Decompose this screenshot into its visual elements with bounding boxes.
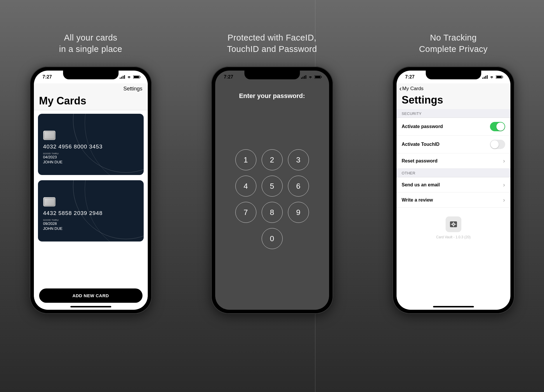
marketing-panel-3: No Tracking Complete Privacy 7:27 ‹ My C… (363, 0, 544, 392)
status-time: 7:27 (43, 74, 52, 80)
keypad-6[interactable]: 6 (288, 176, 309, 197)
svg-rect-3 (124, 75, 125, 79)
add-new-card-button[interactable]: ADD NEW CARD (39, 288, 142, 303)
svg-rect-17 (487, 75, 488, 79)
row-activate-touchid[interactable]: Activate TouchID (397, 136, 510, 153)
section-security: SECURITY (397, 109, 510, 118)
caption-1: All your cards in a single place (59, 32, 122, 55)
svg-rect-13 (321, 76, 322, 78)
chevron-right-icon: › (503, 158, 505, 164)
signal-icon (301, 75, 306, 79)
status-time: 7:27 (405, 74, 415, 80)
cardholder-name: JOHN DUE (43, 160, 138, 164)
svg-rect-6 (140, 76, 140, 78)
chip-icon (43, 131, 55, 140)
wifi-icon (489, 75, 494, 79)
keypad-1[interactable]: 1 (235, 149, 256, 170)
back-label: My Cards (402, 86, 424, 92)
svg-rect-19 (496, 76, 502, 78)
vault-icon (446, 216, 461, 232)
notch (426, 71, 481, 79)
caption-2-line1: Protected with FaceID, (227, 33, 316, 42)
chevron-right-icon: › (503, 197, 505, 203)
wifi-icon (308, 75, 313, 79)
phone-mock-2: 7:27 Enter your password: 1 2 3 4 5 6 7 … (211, 66, 333, 314)
chevron-left-icon: ‹ (399, 85, 402, 92)
notch (63, 71, 119, 79)
keypad-5[interactable]: 5 (262, 176, 283, 197)
good-thru-label: GOOD THRU (43, 219, 138, 221)
row-write-review[interactable]: Write a review › (397, 192, 510, 208)
status-icons (301, 75, 322, 79)
svg-rect-14 (482, 78, 483, 79)
caption-1-line2: in a single place (59, 44, 122, 54)
svg-rect-9 (304, 76, 305, 79)
app-version: Card Vault - 1.0.3 (20) (397, 235, 510, 239)
phone-mock-3: 7:27 ‹ My Cards Settings SECURITY Activa… (392, 66, 515, 314)
row-label: Write a review (402, 197, 433, 203)
svg-rect-10 (305, 75, 306, 79)
credit-card[interactable]: 4032 4956 8000 3453 GOOD THRU 04/2023 JO… (38, 114, 144, 175)
caption-3: No Tracking Complete Privacy (419, 32, 488, 55)
row-activate-password[interactable]: Activate password (397, 118, 510, 136)
caption-3-line2: Complete Privacy (419, 44, 488, 54)
settings-link[interactable]: Settings (123, 86, 142, 92)
svg-rect-20 (503, 76, 503, 78)
card-expiry: 09/2028 (43, 221, 138, 226)
row-label: Activate password (402, 124, 443, 129)
svg-rect-15 (484, 77, 485, 79)
row-send-email[interactable]: Send us an email › (397, 177, 510, 192)
battery-icon (496, 75, 503, 79)
page-title: Settings (397, 93, 510, 109)
page-title: My Cards (34, 94, 148, 110)
svg-rect-0 (120, 78, 121, 79)
svg-rect-8 (303, 77, 303, 79)
caption-2-line2: TouchID and Password (227, 44, 317, 54)
numeric-keypad: 1 2 3 4 5 6 7 8 9 0 (215, 149, 329, 249)
toggle-password[interactable] (490, 122, 505, 131)
keypad-7[interactable]: 7 (235, 202, 256, 223)
signal-icon (120, 75, 125, 79)
svg-rect-7 (301, 78, 302, 79)
keypad-0[interactable]: 0 (262, 228, 283, 249)
nav-bar: Settings (34, 83, 148, 94)
row-reset-password[interactable]: Reset password › (397, 153, 510, 169)
back-button[interactable]: ‹ My Cards (397, 83, 510, 93)
good-thru-label: GOOD THRU (43, 152, 138, 155)
battery-icon (133, 75, 141, 79)
svg-rect-24 (453, 222, 454, 223)
home-indicator (70, 306, 111, 307)
status-time: 7:27 (224, 74, 233, 80)
row-label: Reset password (402, 158, 438, 164)
section-other: OTHER (397, 169, 510, 177)
credit-card[interactable]: 4432 5858 2039 2948 GOOD THRU 09/2028 JO… (38, 180, 144, 242)
signal-icon (482, 75, 488, 79)
svg-rect-27 (455, 224, 456, 225)
svg-rect-5 (134, 76, 139, 78)
status-icons (482, 75, 503, 79)
caption-3-line1: No Tracking (430, 33, 477, 42)
svg-rect-16 (485, 76, 486, 79)
home-indicator (433, 306, 474, 307)
svg-rect-26 (451, 224, 452, 225)
status-icons (120, 75, 141, 79)
keypad-9[interactable]: 9 (288, 202, 309, 223)
cards-list: 4032 4956 8000 3453 GOOD THRU 04/2023 JO… (34, 110, 148, 294)
row-label: Activate TouchID (402, 142, 440, 147)
cardholder-name: JOHN DUE (43, 226, 138, 231)
keypad-4[interactable]: 4 (235, 176, 256, 197)
svg-rect-12 (315, 76, 320, 78)
screen-settings: 7:27 ‹ My Cards Settings SECURITY Activa… (397, 71, 510, 310)
row-label: Send us an email (402, 182, 440, 188)
chevron-right-icon: › (503, 181, 505, 188)
keypad-2[interactable]: 2 (262, 149, 283, 170)
keypad-3[interactable]: 3 (288, 149, 309, 170)
toggle-touchid[interactable] (490, 140, 505, 149)
screen-password: 7:27 Enter your password: 1 2 3 4 5 6 7 … (215, 71, 329, 310)
svg-rect-1 (121, 77, 122, 79)
caption-2: Protected with FaceID, TouchID and Passw… (227, 32, 317, 55)
card-expiry: 04/2023 (43, 155, 138, 159)
keypad-8[interactable]: 8 (262, 202, 283, 223)
chip-icon (43, 197, 55, 206)
svg-rect-2 (123, 76, 124, 79)
